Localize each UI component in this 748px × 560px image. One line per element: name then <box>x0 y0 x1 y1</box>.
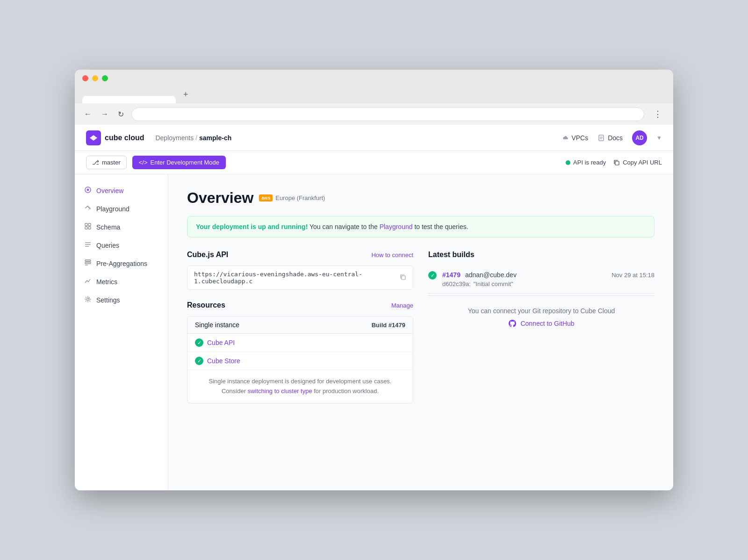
preagg-icon <box>84 259 92 268</box>
docs-link[interactable]: Docs <box>597 134 623 142</box>
vpcs-link[interactable]: VPCs <box>561 134 588 142</box>
cube-store-label: Cube Store <box>207 357 240 365</box>
build-time: Nov 29 at 15:18 <box>611 272 654 279</box>
sidebar-item-pre-aggregations[interactable]: Pre-Aggregations <box>75 255 168 272</box>
sidebar-item-overview[interactable]: Overview <box>75 182 168 199</box>
docs-icon <box>597 134 605 142</box>
breadcrumb-deployments[interactable]: Deployments <box>155 134 194 142</box>
cube-api-label: Cube API <box>207 339 235 346</box>
sidebar-item-label: Schema <box>96 223 120 231</box>
sidebar-item-label: Queries <box>96 242 119 249</box>
resource-note: Single instance deployment is designed f… <box>187 370 413 403</box>
build-label: Build #1479 <box>372 322 405 329</box>
copy-api-button[interactable]: Copy API URL <box>613 159 662 166</box>
github-note: You can connect your Git repository to C… <box>428 307 654 315</box>
api-status: API is ready <box>566 159 606 166</box>
instance-type-label: Single instance <box>195 321 239 329</box>
dev-mode-icon: </> <box>139 159 148 166</box>
breadcrumb: Deployments / sample-ch <box>155 134 550 142</box>
sidebar-item-schema[interactable]: Schema <box>75 218 168 236</box>
svg-rect-10 <box>85 227 87 229</box>
settings-icon <box>84 295 92 304</box>
sidebar-item-settings[interactable]: Settings <box>75 291 168 309</box>
svg-rect-9 <box>88 223 91 226</box>
svg-point-7 <box>87 189 89 191</box>
branch-icon: ⎇ <box>92 159 99 166</box>
cube-api-status-icon: ✓ <box>195 338 203 347</box>
cluster-type-link[interactable]: switching to cluster type <box>248 388 312 395</box>
sidebar-item-label: Overview <box>96 187 123 194</box>
browser-menu-button[interactable]: ⋮ <box>650 107 666 121</box>
dev-mode-label: Enter Development Mode <box>151 159 219 166</box>
avatar[interactable]: AD <box>632 130 647 145</box>
svg-rect-11 <box>88 227 91 229</box>
alert-text: You can navigate to the <box>309 223 380 230</box>
manage-link[interactable]: Manage <box>391 302 413 309</box>
new-tab-button[interactable]: + <box>178 86 194 103</box>
browser-tab[interactable] <box>82 96 176 103</box>
avatar-chevron[interactable]: ▼ <box>656 135 662 141</box>
resource-row-cube-store: ✓ Cube Store <box>187 352 413 370</box>
cloud-icon <box>561 134 568 142</box>
breadcrumb-current: sample-ch <box>199 134 231 142</box>
api-section-title: Cube.js API <box>187 251 228 259</box>
sidebar-item-metrics[interactable]: Metrics <box>75 273 168 290</box>
svg-rect-19 <box>402 276 405 280</box>
dev-mode-button[interactable]: </> Enter Development Mode <box>132 156 226 169</box>
connect-github-button[interactable]: Connect to GitHub <box>508 319 574 328</box>
content-area: Overview aws Europe (Frankfurt) Your dep… <box>168 174 673 490</box>
aws-badge: aws Europe (Frankfurt) <box>259 194 325 201</box>
build-status-icon: ✓ <box>428 271 437 280</box>
sidebar: Overview Playground Schema <box>75 174 168 490</box>
back-button[interactable]: ← <box>82 108 94 120</box>
resources-title: Resources <box>187 301 225 309</box>
copy-url-button[interactable] <box>400 274 406 282</box>
how-to-connect-link[interactable]: How to connect <box>371 251 413 258</box>
minimize-button[interactable] <box>92 75 98 81</box>
build-commit-hash: d602c39a: <box>442 280 471 287</box>
metrics-icon <box>84 277 92 286</box>
svg-rect-5 <box>615 161 619 165</box>
sidebar-item-label: Playground <box>96 205 129 213</box>
breadcrumb-separator: / <box>195 134 197 142</box>
resource-row-cube-api: ✓ Cube API <box>187 334 413 352</box>
maximize-button[interactable] <box>102 75 108 81</box>
api-url-text: https://vicarious-eveningshade.aws-eu-ce… <box>194 271 400 285</box>
forward-button[interactable]: → <box>99 108 110 120</box>
sidebar-item-queries[interactable]: Queries <box>75 237 168 254</box>
cube-store-status-icon: ✓ <box>195 357 203 365</box>
overview-icon <box>84 186 92 195</box>
github-section: You can connect your Git repository to C… <box>428 307 654 330</box>
svg-rect-15 <box>85 260 91 261</box>
resources-card: Single instance Build #1479 ✓ Cube API ✓… <box>187 316 413 403</box>
builds-title: Latest builds <box>428 251 475 259</box>
branch-button[interactable]: ⎇ master <box>86 156 127 169</box>
region-label: Europe (Frankfurt) <box>275 194 325 201</box>
alert-end-text: to test the queries. <box>414 223 468 230</box>
build-id[interactable]: #1479 <box>442 271 460 279</box>
api-url-box: https://vicarious-eveningshade.aws-eu-ce… <box>187 266 413 290</box>
build-author: adnan@cube.dev <box>465 271 517 279</box>
connect-github-label: Connect to GitHub <box>520 320 574 327</box>
build-commit-message: "Initial commit" <box>474 280 513 287</box>
aws-logo: aws <box>259 194 273 201</box>
address-bar[interactable] <box>131 108 644 121</box>
alert-playground-link[interactable]: Playground <box>380 223 413 230</box>
api-status-dot <box>566 160 570 165</box>
refresh-button[interactable]: ↻ <box>116 108 126 121</box>
copy-icon <box>613 159 620 166</box>
github-icon <box>508 319 517 328</box>
sidebar-item-playground[interactable]: Playground <box>75 200 168 217</box>
svg-point-18 <box>87 298 89 301</box>
alert-bold: Your deployment is up and running! <box>196 223 308 230</box>
sidebar-item-label: Settings <box>96 296 120 304</box>
sidebar-item-label: Pre-Aggregations <box>96 260 147 267</box>
build-row: ✓ #1479 adnan@cube.dev Nov 29 at 15:18 d… <box>428 266 654 294</box>
close-button[interactable] <box>82 75 88 81</box>
playground-icon <box>84 204 92 213</box>
page-title: Overview <box>187 189 253 207</box>
svg-rect-8 <box>85 223 87 226</box>
app-logo: cube cloud <box>86 130 144 145</box>
schema-icon <box>84 223 92 231</box>
sidebar-item-label: Metrics <box>96 278 117 286</box>
